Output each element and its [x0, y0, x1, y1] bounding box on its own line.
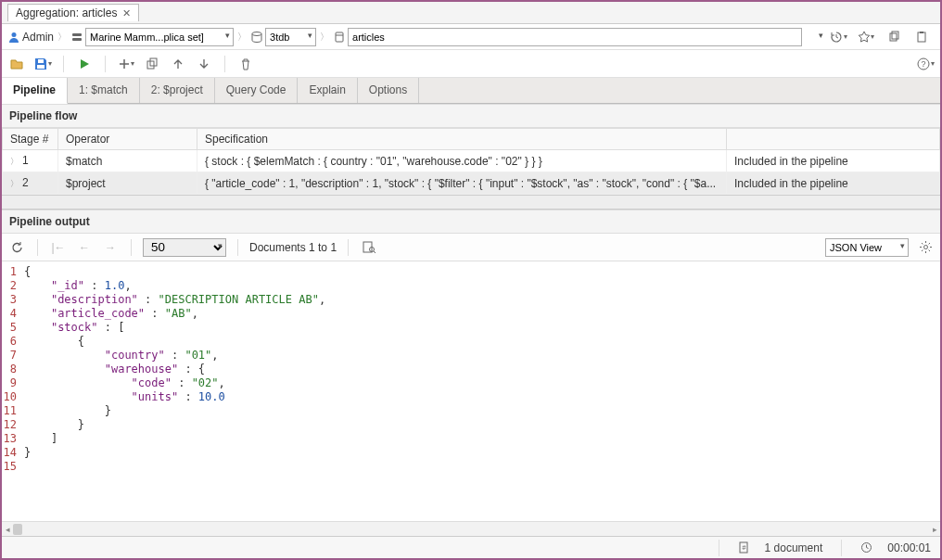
table-header: Operator	[58, 129, 197, 150]
elapsed-time: 00:00:01	[887, 541, 931, 554]
chevron-right-icon: 〉	[236, 31, 248, 44]
view-mode-select[interactable]: JSON View	[825, 238, 909, 257]
splitter[interactable]	[2, 195, 940, 210]
history-icon[interactable]: ▾	[829, 28, 847, 46]
page-size-select[interactable]: 50	[143, 238, 226, 257]
pipeline-flow-table: Stage #OperatorSpecification 〉1$match{ s…	[2, 128, 940, 195]
table-row[interactable]: 〉2$project{ "article_code" : 1, "descrip…	[3, 172, 940, 195]
collection-select[interactable]: articles	[348, 28, 802, 46]
svg-rect-4	[336, 32, 343, 42]
table-row[interactable]: 〉1$match{ stock : { $elemMatch : { count…	[3, 150, 940, 172]
window-tab[interactable]: Aggregation: articles ✕	[7, 4, 139, 21]
svg-point-19	[923, 246, 927, 249]
move-up-icon[interactable]	[169, 55, 187, 73]
chevron-right-icon: 〉	[56, 31, 69, 44]
run-icon[interactable]	[75, 55, 94, 73]
next-page-icon[interactable]: →	[101, 238, 120, 257]
save-icon[interactable]: ▾	[33, 55, 52, 73]
tabs: Pipeline1: $match2: $projectQuery CodeEx…	[2, 78, 940, 104]
document-count-icon: #	[738, 541, 750, 554]
move-down-icon[interactable]	[195, 55, 213, 73]
tab-2-project[interactable]: 2: $project	[140, 78, 215, 103]
titlebar: Aggregation: articles ✕	[2, 2, 940, 24]
pipeline-output-header: Pipeline output	[2, 210, 940, 234]
table-header	[727, 129, 940, 150]
svg-point-3	[252, 32, 261, 35]
json-output[interactable]: 1{2 "_id" : 1.0,3 "description" : "DESCR…	[2, 261, 940, 521]
document-count: 1 document	[765, 541, 823, 554]
pipeline-flow-header: Pipeline flow	[2, 104, 940, 128]
favorite-icon[interactable]: ▾	[857, 28, 875, 46]
svg-rect-7	[892, 32, 898, 39]
clock-icon	[860, 541, 872, 554]
paste-icon[interactable]	[912, 28, 931, 46]
window-title: Aggregation: articles	[16, 6, 117, 19]
table-header: Specification	[197, 129, 727, 150]
chevron-right-icon: 〉	[318, 31, 331, 44]
svg-line-18	[374, 251, 376, 253]
svg-rect-2	[72, 38, 82, 41]
svg-rect-8	[918, 32, 925, 42]
h-scrollbar[interactable]: ◂ ▸	[2, 521, 940, 536]
close-icon[interactable]: ✕	[122, 7, 131, 19]
user-label: Admin	[22, 31, 54, 44]
settings-icon[interactable]	[916, 238, 935, 257]
help-icon[interactable]: ?▾	[916, 55, 935, 73]
svg-text:#: #	[742, 544, 745, 551]
table-header: Stage #	[3, 129, 58, 150]
svg-point-0	[12, 32, 17, 37]
user-icon	[7, 31, 20, 44]
copy-icon[interactable]	[885, 28, 903, 46]
breadcrumb: Admin 〉 Marine Mamm...plica set] 〉 3tdb …	[2, 24, 940, 50]
svg-rect-1	[72, 33, 82, 36]
refresh-icon[interactable]	[7, 238, 26, 257]
open-icon[interactable]	[7, 55, 26, 73]
svg-rect-11	[38, 59, 44, 63]
svg-rect-10	[37, 65, 45, 69]
delete-icon[interactable]	[236, 55, 255, 73]
first-page-icon[interactable]: |←	[49, 238, 68, 257]
duplicate-icon[interactable]	[143, 55, 161, 73]
scroll-left-icon[interactable]: ◂	[2, 522, 13, 537]
tab-1-match[interactable]: 1: $match	[68, 78, 140, 103]
database-icon	[250, 31, 263, 44]
database-select[interactable]: 3tdb	[265, 28, 316, 46]
find-icon[interactable]	[360, 238, 378, 257]
add-icon[interactable]: ▾	[117, 55, 135, 73]
svg-rect-9	[920, 32, 923, 33]
tab-pipeline[interactable]: Pipeline	[2, 78, 68, 104]
scroll-right-icon[interactable]: ▸	[929, 522, 940, 537]
tab-query-code[interactable]: Query Code	[215, 78, 299, 103]
svg-text:?: ?	[921, 59, 925, 69]
server-icon	[70, 31, 83, 44]
tab-options[interactable]: Options	[358, 78, 419, 103]
document-range: Documents 1 to 1	[249, 241, 337, 254]
toolbar: ▾ ▾ ?▾	[2, 50, 940, 78]
statusbar: # 1 document 00:00:01	[2, 536, 940, 558]
tab-explain[interactable]: Explain	[298, 78, 357, 103]
prev-page-icon[interactable]: ←	[75, 238, 94, 257]
svg-rect-6	[890, 33, 897, 41]
collection-icon	[333, 31, 346, 44]
output-toolbar: |← ← → 50 Documents 1 to 1 JSON View	[2, 234, 940, 261]
connection-select[interactable]: Marine Mamm...plica set]	[85, 28, 234, 46]
